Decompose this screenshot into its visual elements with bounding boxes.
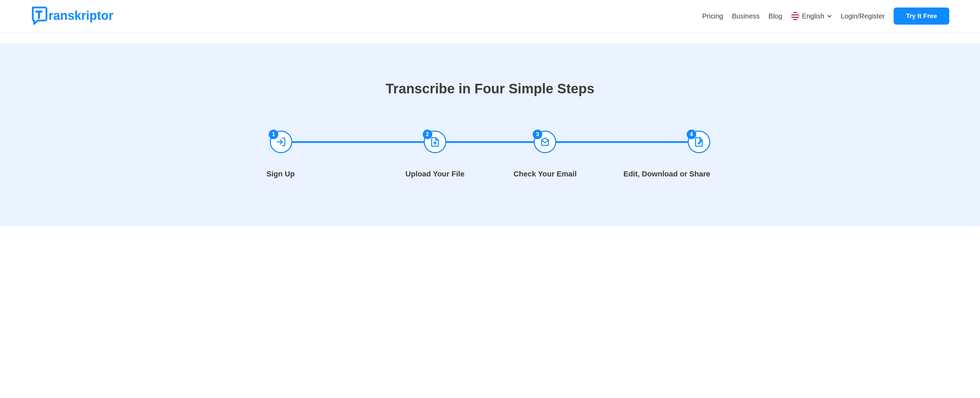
try-free-button[interactable]: Try It Free <box>894 8 949 25</box>
nav-login[interactable]: Login/Register <box>841 12 885 20</box>
nav-pricing[interactable]: Pricing <box>702 12 723 20</box>
svg-text:ranskriptor: ranskriptor <box>48 8 113 22</box>
mail-icon <box>540 137 550 147</box>
step-badge-4: 4 <box>687 129 696 139</box>
nav-right: Pricing Business Blog English Login/Regi… <box>702 8 949 25</box>
step-label-1: Sign Up <box>266 169 295 179</box>
nav-business[interactable]: Business <box>732 12 759 20</box>
step-1: 1 Sign Up <box>270 131 380 179</box>
language-label: English <box>802 12 825 20</box>
step-icon-signup: 1 <box>270 131 292 153</box>
nav-blog[interactable]: Blog <box>768 12 782 20</box>
step-label-2: Upload Your File <box>405 169 465 179</box>
chevron-down-icon <box>827 14 832 18</box>
signin-icon <box>276 137 286 147</box>
hero-section: Transcribe in Four Simple Steps 1 Sign U… <box>0 43 980 226</box>
steps-wrapper: 1 Sign Up 2 <box>270 131 710 179</box>
step-badge-2: 2 <box>423 129 432 139</box>
steps: 1 Sign Up 2 <box>270 131 710 179</box>
file-upload-icon <box>430 137 440 147</box>
step-badge-1: 1 <box>269 129 278 139</box>
step-3: 3 Check Your Email <box>490 131 600 179</box>
brand-logo[interactable]: ranskriptor <box>31 6 126 26</box>
step-4: 4 Edit, Download or Share <box>600 131 711 179</box>
language-selector[interactable]: English <box>791 12 832 20</box>
file-edit-icon <box>694 137 704 147</box>
step-label-4: Edit, Download or Share <box>624 169 710 179</box>
us-flag-icon <box>791 12 799 20</box>
step-icon-upload: 2 <box>424 131 446 153</box>
step-label-3: Check Your Email <box>514 169 577 179</box>
step-icon-email: 3 <box>534 131 556 153</box>
step-2: 2 Upload Your File <box>380 131 490 179</box>
hero-title: Transcribe in Four Simple Steps <box>31 81 949 96</box>
step-icon-edit: 4 <box>688 131 710 153</box>
header: ranskriptor Pricing Business Blog Englis… <box>0 0 980 32</box>
